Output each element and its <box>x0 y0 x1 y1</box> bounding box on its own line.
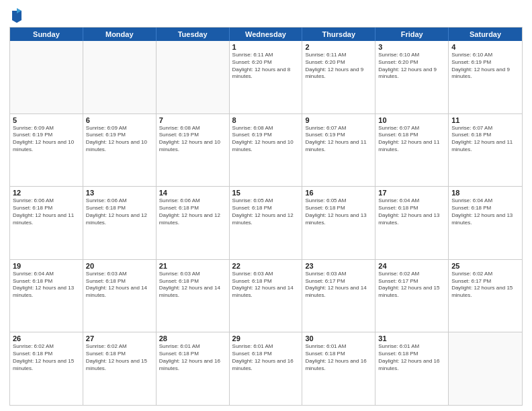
calendar-row-5: 26Sunrise: 6:02 AM Sunset: 6:18 PM Dayli… <box>10 332 522 405</box>
cell-info: Sunrise: 6:07 AM Sunset: 6:18 PM Dayligh… <box>378 125 445 154</box>
calendar-cell: 22Sunrise: 6:03 AM Sunset: 6:18 PM Dayli… <box>230 260 303 332</box>
calendar-cell: 30Sunrise: 6:01 AM Sunset: 6:18 PM Dayli… <box>302 332 375 405</box>
calendar-cell: 25Sunrise: 6:02 AM Sunset: 6:17 PM Dayli… <box>449 260 522 332</box>
calendar-cell: 13Sunrise: 6:06 AM Sunset: 6:18 PM Dayli… <box>83 187 157 259</box>
cell-info: Sunrise: 6:10 AM Sunset: 6:19 PM Dayligh… <box>451 52 519 81</box>
calendar-cell: 9Sunrise: 6:07 AM Sunset: 6:19 PM Daylig… <box>302 114 375 187</box>
calendar-cell: 27Sunrise: 6:02 AM Sunset: 6:18 PM Dayli… <box>83 332 157 405</box>
calendar-cell: 2Sunrise: 6:11 AM Sunset: 6:20 PM Daylig… <box>302 41 375 113</box>
cell-info: Sunrise: 6:05 AM Sunset: 6:18 PM Dayligh… <box>305 197 372 226</box>
calendar-cell: 16Sunrise: 6:05 AM Sunset: 6:18 PM Dayli… <box>302 187 375 259</box>
day-number: 28 <box>159 334 226 342</box>
calendar-cell <box>157 41 230 113</box>
cell-info: Sunrise: 6:03 AM Sunset: 6:17 PM Dayligh… <box>305 271 372 300</box>
calendar-cell: 6Sunrise: 6:09 AM Sunset: 6:19 PM Daylig… <box>83 114 157 187</box>
cell-info: Sunrise: 6:09 AM Sunset: 6:19 PM Dayligh… <box>13 125 80 154</box>
day-number: 8 <box>232 116 300 124</box>
calendar-cell: 7Sunrise: 6:08 AM Sunset: 6:19 PM Daylig… <box>157 114 230 187</box>
calendar-cell: 4Sunrise: 6:10 AM Sunset: 6:19 PM Daylig… <box>449 41 522 113</box>
header-cell-wednesday: Wednesday <box>230 28 303 41</box>
cell-info: Sunrise: 6:11 AM Sunset: 6:20 PM Dayligh… <box>305 52 372 81</box>
calendar-row-4: 19Sunrise: 6:04 AM Sunset: 6:18 PM Dayli… <box>10 259 522 332</box>
day-number: 5 <box>13 116 80 124</box>
cell-info: Sunrise: 6:03 AM Sunset: 6:18 PM Dayligh… <box>232 271 300 300</box>
day-number: 7 <box>159 116 226 124</box>
calendar-row-3: 12Sunrise: 6:06 AM Sunset: 6:18 PM Dayli… <box>10 186 522 259</box>
cell-info: Sunrise: 6:04 AM Sunset: 6:18 PM Dayligh… <box>13 271 80 300</box>
logo-icon <box>11 8 23 23</box>
day-number: 27 <box>86 334 153 342</box>
calendar-cell: 24Sunrise: 6:02 AM Sunset: 6:17 PM Dayli… <box>375 260 449 332</box>
header-cell-tuesday: Tuesday <box>157 28 230 41</box>
day-number: 31 <box>378 334 445 342</box>
cell-info: Sunrise: 6:02 AM Sunset: 6:17 PM Dayligh… <box>378 271 445 300</box>
day-number: 22 <box>232 262 300 270</box>
calendar-cell: 26Sunrise: 6:02 AM Sunset: 6:18 PM Dayli… <box>10 332 83 405</box>
cell-info: Sunrise: 6:11 AM Sunset: 6:20 PM Dayligh… <box>232 52 300 81</box>
calendar: SundayMondayTuesdayWednesdayThursdayFrid… <box>9 27 523 406</box>
day-number: 23 <box>305 262 372 270</box>
cell-info: Sunrise: 6:01 AM Sunset: 6:18 PM Dayligh… <box>159 343 226 372</box>
day-number: 18 <box>451 189 519 197</box>
calendar-cell: 5Sunrise: 6:09 AM Sunset: 6:19 PM Daylig… <box>10 114 83 187</box>
day-number: 20 <box>86 262 153 270</box>
calendar-cell: 14Sunrise: 6:06 AM Sunset: 6:18 PM Dayli… <box>157 187 230 259</box>
cell-info: Sunrise: 6:10 AM Sunset: 6:20 PM Dayligh… <box>378 52 445 81</box>
cell-info: Sunrise: 6:08 AM Sunset: 6:19 PM Dayligh… <box>232 125 300 154</box>
cell-info: Sunrise: 6:02 AM Sunset: 6:17 PM Dayligh… <box>451 271 519 300</box>
cell-info: Sunrise: 6:07 AM Sunset: 6:19 PM Dayligh… <box>305 125 372 154</box>
cell-info: Sunrise: 6:09 AM Sunset: 6:19 PM Dayligh… <box>86 125 153 154</box>
logo <box>9 9 23 23</box>
calendar-row-1: 1Sunrise: 6:11 AM Sunset: 6:20 PM Daylig… <box>10 41 522 113</box>
cell-info: Sunrise: 6:04 AM Sunset: 6:18 PM Dayligh… <box>378 197 445 226</box>
cell-info: Sunrise: 6:02 AM Sunset: 6:18 PM Dayligh… <box>86 343 153 372</box>
cell-info: Sunrise: 6:01 AM Sunset: 6:18 PM Dayligh… <box>232 343 300 372</box>
calendar-cell: 21Sunrise: 6:03 AM Sunset: 6:18 PM Dayli… <box>157 260 230 332</box>
day-number: 12 <box>13 189 80 197</box>
day-number: 19 <box>13 262 80 270</box>
header-row <box>9 7 523 23</box>
calendar-cell: 19Sunrise: 6:04 AM Sunset: 6:18 PM Dayli… <box>10 260 83 332</box>
cell-info: Sunrise: 6:05 AM Sunset: 6:18 PM Dayligh… <box>232 197 300 226</box>
header-cell-thursday: Thursday <box>302 28 375 41</box>
day-number: 29 <box>232 334 300 342</box>
calendar-cell: 3Sunrise: 6:10 AM Sunset: 6:20 PM Daylig… <box>375 41 449 113</box>
page: SundayMondayTuesdayWednesdayThursdayFrid… <box>0 0 532 411</box>
header-cell-friday: Friday <box>375 28 449 41</box>
day-number: 16 <box>305 189 372 197</box>
day-number: 26 <box>13 334 80 342</box>
calendar-cell: 18Sunrise: 6:04 AM Sunset: 6:18 PM Dayli… <box>449 187 522 259</box>
day-number: 14 <box>159 189 226 197</box>
calendar-cell: 28Sunrise: 6:01 AM Sunset: 6:18 PM Dayli… <box>157 332 230 405</box>
calendar-cell: 31Sunrise: 6:01 AM Sunset: 6:18 PM Dayli… <box>375 332 449 405</box>
cell-info: Sunrise: 6:07 AM Sunset: 6:18 PM Dayligh… <box>451 125 519 154</box>
calendar-cell: 20Sunrise: 6:03 AM Sunset: 6:18 PM Dayli… <box>83 260 157 332</box>
cell-info: Sunrise: 6:03 AM Sunset: 6:18 PM Dayligh… <box>159 271 226 300</box>
calendar-cell: 12Sunrise: 6:06 AM Sunset: 6:18 PM Dayli… <box>10 187 83 259</box>
calendar-row-2: 5Sunrise: 6:09 AM Sunset: 6:19 PM Daylig… <box>10 113 522 187</box>
day-number: 25 <box>451 262 519 270</box>
calendar-cell: 8Sunrise: 6:08 AM Sunset: 6:19 PM Daylig… <box>230 114 303 187</box>
calendar-cell: 29Sunrise: 6:01 AM Sunset: 6:18 PM Dayli… <box>230 332 303 405</box>
day-number: 13 <box>86 189 153 197</box>
day-number: 9 <box>305 116 372 124</box>
cell-info: Sunrise: 6:06 AM Sunset: 6:18 PM Dayligh… <box>86 197 153 226</box>
day-number: 1 <box>232 43 300 51</box>
day-number: 2 <box>305 43 372 51</box>
cell-info: Sunrise: 6:06 AM Sunset: 6:18 PM Dayligh… <box>159 197 226 226</box>
cell-info: Sunrise: 6:02 AM Sunset: 6:18 PM Dayligh… <box>13 343 80 372</box>
header-cell-sunday: Sunday <box>10 28 83 41</box>
cell-info: Sunrise: 6:08 AM Sunset: 6:19 PM Dayligh… <box>159 125 226 154</box>
cell-info: Sunrise: 6:04 AM Sunset: 6:18 PM Dayligh… <box>451 197 519 226</box>
day-number: 11 <box>451 116 519 124</box>
calendar-cell: 1Sunrise: 6:11 AM Sunset: 6:20 PM Daylig… <box>230 41 303 113</box>
header-cell-saturday: Saturday <box>449 28 522 41</box>
calendar-cell <box>449 332 522 405</box>
day-number: 10 <box>378 116 445 124</box>
calendar-cell <box>10 41 83 113</box>
calendar-cell: 11Sunrise: 6:07 AM Sunset: 6:18 PM Dayli… <box>449 114 522 187</box>
cell-info: Sunrise: 6:06 AM Sunset: 6:18 PM Dayligh… <box>13 197 80 226</box>
day-number: 4 <box>451 43 519 51</box>
calendar-header: SundayMondayTuesdayWednesdayThursdayFrid… <box>10 28 522 41</box>
calendar-cell: 17Sunrise: 6:04 AM Sunset: 6:18 PM Dayli… <box>375 187 449 259</box>
